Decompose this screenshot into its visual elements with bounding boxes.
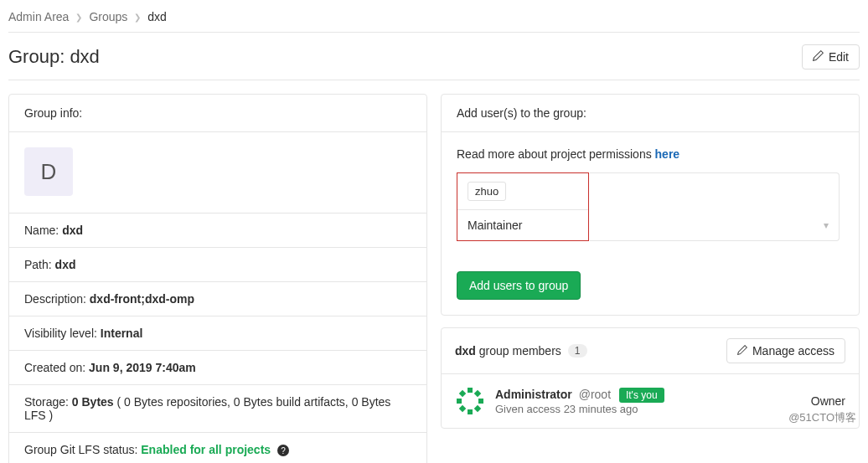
group-avatar: D (24, 147, 73, 196)
info-lfs: Group Git LFS status: Enabled for all pr… (9, 432, 426, 463)
pencil-icon (737, 344, 747, 358)
member-role: Owner (811, 394, 845, 408)
info-description: Description: dxd-front;dxd-omp (9, 281, 426, 316)
members-title: dxd group members 1 (455, 344, 587, 358)
svg-rect-6 (459, 405, 466, 412)
permissions-text: Read more about project permissions here (457, 147, 844, 161)
breadcrumb-groups[interactable]: Groups (89, 10, 127, 23)
members-count-badge: 1 (568, 344, 587, 358)
svg-rect-4 (459, 390, 466, 397)
breadcrumb: Admin Area ❯ Groups ❯ dxd (8, 7, 860, 33)
user-token[interactable]: zhuo (468, 182, 506, 201)
page-title: Group: dxd (8, 46, 100, 68)
help-icon[interactable]: ? (277, 445, 289, 456)
group-info-header: Group info: (9, 95, 426, 132)
permissions-link[interactable]: here (655, 147, 680, 161)
member-name[interactable]: Administrator (495, 388, 572, 401)
svg-rect-3 (478, 399, 483, 404)
member-access-time: Given access 23 minutes ago (495, 403, 801, 415)
info-path: Path: dxd (9, 247, 426, 281)
info-visibility: Visibility level: Internal (9, 316, 426, 350)
svg-rect-7 (474, 405, 481, 412)
svg-rect-1 (468, 409, 473, 414)
add-users-card: Add user(s) to the group: Read more abou… (441, 94, 860, 316)
breadcrumb-admin[interactable]: Admin Area (8, 10, 69, 23)
edit-button[interactable]: Edit (802, 44, 860, 69)
chevron-right-icon: ❯ (134, 13, 141, 22)
role-select[interactable]: Maintainer ▾ (457, 210, 588, 240)
group-info-card: Group info: D Name: dxd Path: dxd Descri… (8, 94, 427, 463)
watermark: @51CTO博客 (788, 410, 856, 425)
its-you-badge: It's you (619, 388, 664, 403)
pencil-icon (813, 50, 824, 64)
chevron-down-icon: ▾ (824, 219, 829, 231)
avatar (455, 386, 485, 416)
highlighted-inputs: zhuo Maintainer ▾ (457, 172, 589, 241)
manage-access-button[interactable]: Manage access (726, 338, 845, 363)
chevron-right-icon: ❯ (75, 13, 82, 22)
svg-rect-0 (468, 388, 473, 393)
info-name: Name: dxd (9, 213, 426, 247)
breadcrumb-current: dxd (147, 10, 167, 23)
add-users-header: Add user(s) to the group: (442, 95, 859, 132)
info-storage: Storage: 0 Bytes ( 0 Bytes repositories,… (9, 384, 426, 432)
svg-rect-2 (457, 399, 462, 404)
user-select[interactable]: zhuo (457, 173, 588, 210)
info-created: Created on: Jun 9, 2019 7:40am (9, 350, 426, 384)
svg-rect-5 (474, 390, 481, 397)
add-users-button[interactable]: Add users to group (457, 271, 581, 300)
member-handle: @root (579, 388, 611, 401)
